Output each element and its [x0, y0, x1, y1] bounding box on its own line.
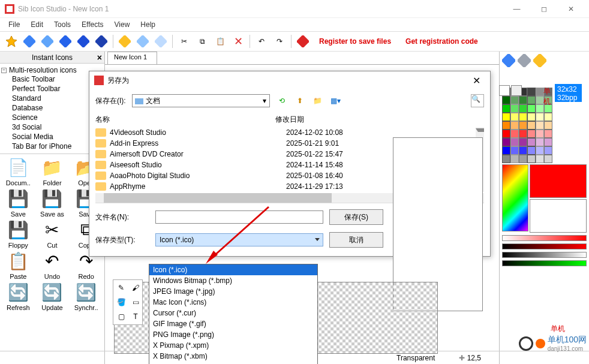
register-link[interactable]: Register to save files [313, 37, 397, 46]
tree-collapse-icon[interactable]: − [1, 68, 7, 73]
tb-delete-icon[interactable]: ✕ [230, 34, 246, 49]
palette-swatch[interactable] [536, 96, 544, 104]
tab-new-icon-1[interactable]: New Icon 1 [107, 52, 157, 64]
palette-swatch[interactable] [502, 155, 510, 163]
palette-swatch[interactable] [536, 121, 544, 130]
palette-swatch[interactable] [502, 96, 510, 104]
tool-text-icon[interactable]: T [129, 310, 142, 323]
grid-item[interactable]: 📋Paste [2, 250, 34, 280]
grid-item[interactable]: 🔄Synchr.. [70, 281, 102, 311]
maximize-button[interactable]: ◻ [530, 1, 557, 17]
nav-back-icon[interactable]: ⟲ [276, 95, 288, 107]
palette-swatch[interactable] [510, 104, 519, 113]
rp-btn-1[interactable] [502, 54, 515, 67]
palette-swatch[interactable] [510, 155, 519, 163]
palette-swatch[interactable] [502, 121, 510, 130]
filetype-option[interactable]: GIF Image (*.gif) [149, 318, 317, 329]
menu-edit[interactable]: Edit [26, 19, 48, 30]
palette-swatch[interactable] [536, 138, 544, 146]
palette-swatch[interactable] [544, 155, 552, 163]
menu-effects[interactable]: Effects [77, 19, 108, 30]
panel-close-icon[interactable]: × [97, 53, 102, 62]
palette-swatch[interactable] [527, 96, 536, 104]
rp-btn-3[interactable] [533, 54, 546, 67]
palette-swatch[interactable] [510, 96, 519, 104]
palette-swatch[interactable] [510, 121, 519, 130]
lightness-slider[interactable] [502, 252, 587, 258]
fg-color-box[interactable] [499, 85, 510, 96]
palette-swatch[interactable] [502, 138, 510, 146]
filetype-option[interactable]: X Pixmap (*.xpm) [149, 340, 317, 351]
palette-swatch[interactable] [519, 113, 527, 121]
menu-tools[interactable]: Tools [49, 19, 76, 30]
bg-color-box[interactable] [511, 85, 522, 96]
palette-swatch[interactable] [519, 155, 527, 163]
palette-swatch[interactable] [519, 96, 527, 104]
tree-root-label[interactable]: Multi-resolution icons [9, 66, 77, 74]
palette-swatch[interactable] [536, 155, 544, 163]
size-chip[interactable]: 32x32 32bpp [555, 84, 582, 102]
palette-swatch[interactable] [544, 121, 552, 130]
filetype-option[interactable]: Mac Icon (*.icns) [149, 297, 317, 308]
file-row[interactable]: 4Videosoft Studio2024-12-02 10:08 [95, 127, 484, 138]
palette-swatch[interactable] [519, 104, 527, 113]
tb-btn-6[interactable] [94, 34, 109, 49]
tb-btn-2[interactable] [22, 34, 37, 49]
tb-btn-7[interactable] [117, 34, 133, 49]
palette-swatch[interactable] [536, 113, 544, 121]
palette-swatch[interactable] [502, 146, 510, 155]
palette-swatch[interactable] [536, 146, 544, 155]
tb-copy-icon[interactable]: ⧉ [194, 34, 210, 49]
palette-swatch[interactable] [536, 104, 544, 113]
palette-swatch[interactable] [510, 113, 519, 121]
menu-file[interactable]: File [4, 19, 25, 30]
menu-help[interactable]: Help [136, 19, 160, 30]
filetype-option[interactable]: JPEG Image (*.jpg) [149, 286, 317, 297]
minimize-button[interactable]: — [503, 1, 530, 17]
grid-item[interactable]: 💾Save [2, 188, 34, 218]
tb-undo-icon[interactable]: ↶ [254, 34, 269, 49]
palette-swatch[interactable] [502, 130, 510, 138]
tool-rect-icon[interactable]: ▢ [115, 310, 128, 323]
nav-up-icon[interactable]: ⬆ [294, 95, 306, 107]
palette-swatch[interactable] [536, 88, 544, 96]
dialog-close-button[interactable]: ✕ [467, 75, 485, 86]
palette-swatch[interactable] [527, 155, 536, 163]
tb-btn-8[interactable] [135, 34, 151, 49]
palette-swatch[interactable] [527, 146, 536, 155]
col-name[interactable]: 名称 [95, 115, 275, 125]
palette-swatch[interactable] [527, 138, 536, 146]
palette-swatch[interactable] [527, 113, 536, 121]
current-color-1[interactable] [530, 164, 587, 198]
palette-swatch[interactable] [502, 113, 510, 121]
close-button[interactable]: ✕ [557, 1, 584, 17]
tb-paste-icon[interactable]: 📋 [212, 34, 228, 49]
preview-toggle-button[interactable]: 🔍 [471, 94, 484, 107]
palette-swatch[interactable] [544, 138, 552, 146]
tool-pencil-icon[interactable]: ✎ [115, 281, 128, 294]
palette-swatch[interactable] [544, 146, 552, 155]
grid-item[interactable]: 💾Floppy [2, 219, 34, 249]
palette-swatch[interactable] [536, 130, 544, 138]
palette-swatch[interactable] [544, 130, 552, 138]
tb-new-icon[interactable] [4, 34, 19, 49]
filetype-option[interactable]: PNG Image (*.png) [149, 329, 317, 340]
grid-item[interactable]: ✂Cut [37, 219, 68, 249]
palette-swatch[interactable] [527, 88, 536, 96]
filetype-option[interactable]: Icon Project (*.icpr) [149, 362, 317, 364]
grid-item[interactable]: 💾Save as [37, 188, 68, 218]
palette-swatch[interactable] [519, 138, 527, 146]
tb-btn-9[interactable] [153, 34, 169, 49]
palette-swatch[interactable] [519, 146, 527, 155]
filetype-option[interactable]: Icon (*.ico) [149, 264, 317, 275]
grid-item[interactable]: 📁Folder [37, 157, 68, 186]
gradient-picker[interactable] [502, 164, 528, 231]
tb-redo-icon[interactable]: ↷ [272, 34, 287, 49]
sat-slider[interactable] [502, 260, 587, 266]
filetype-option[interactable]: Cursor (*.cur) [149, 308, 317, 318]
palette-swatch[interactable] [519, 121, 527, 130]
filename-input[interactable] [155, 210, 323, 224]
hue-slider-1[interactable] [502, 235, 587, 241]
nav-view-icon[interactable]: ▦▾ [330, 95, 342, 107]
grid-item[interactable]: 📄Docum.. [2, 157, 34, 186]
